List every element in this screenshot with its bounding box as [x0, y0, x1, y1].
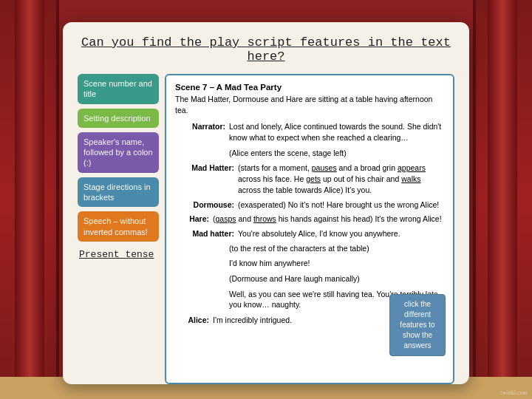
content-area: Scene number and title Setting descripti… — [78, 74, 454, 384]
mad-hatter-line-2: Mad hatter: You're absolutely Alice, I'd… — [175, 228, 444, 239]
sidebar-item-speakers[interactable]: Speaker's name, followed by a colon (:) — [78, 132, 159, 173]
dormouse-text: (exasperated) No it's not! Hare brought … — [238, 200, 439, 211]
scene-description: The Mad Hatter, Dormouse and Hare are si… — [175, 94, 444, 115]
narrator-label: Narrator: — [175, 121, 225, 143]
page-title: Can you find the play script features in… — [78, 35, 454, 64]
sidebar-item-present-tense[interactable]: Present tense — [78, 246, 159, 263]
hare-text: (gasps and throws his hands against his … — [213, 214, 442, 225]
hare-label: Hare: — [175, 214, 209, 225]
sidebar-item-scene-number[interactable]: Scene number and title — [78, 74, 159, 104]
narrator-line: Narrator: Lost and lonely, Alice continu… — [175, 121, 444, 143]
mad-hatter-text-1: (starts for a moment, pauses and a broad… — [238, 163, 444, 195]
main-card: Can you find the play script features in… — [63, 22, 469, 384]
dormouse-line: Dormouse: (exasperated) No it's not! Har… — [175, 200, 444, 211]
stage-direction-4: (Dormouse and Hare laugh manically) — [229, 273, 444, 284]
narrator-text: Lost and lonely, Alice continued towards… — [229, 121, 444, 143]
curtain-fold-left — [15, 0, 44, 399]
mad-hatter-line-1: Mad Hatter: (starts for a moment, pauses… — [175, 163, 444, 195]
text-panel: Scene 7 – A Mad Tea Party The Mad Hatter… — [165, 74, 454, 384]
curtain-fold-right — [488, 0, 517, 399]
stage-direction-1: (Alice enters the scene, stage left) — [229, 148, 444, 159]
mad-hatter-label: Mad Hatter: — [175, 163, 234, 195]
title-underline: features — [300, 35, 361, 50]
stage-direction-2: (to the rest of the characters at the ta… — [229, 243, 444, 254]
stage-direction-3: I'd know him anywhere! — [229, 258, 444, 269]
click-box[interactable]: click the different features to show the… — [389, 294, 446, 356]
dormouse-label: Dormouse: — [175, 200, 234, 211]
alice-label: Alice: — [175, 315, 209, 326]
sidebar-item-setting[interactable]: Setting description — [78, 109, 159, 128]
watermark: twinkl.com — [501, 389, 528, 396]
sidebar-item-stage-directions[interactable]: Stage directions in brackets — [78, 177, 159, 208]
hare-line: Hare: (gasps and throws his hands agains… — [175, 214, 444, 225]
sidebar: Scene number and title Setting descripti… — [78, 74, 159, 384]
mad-hatter-text-2: You're absolutely Alice, I'd know you an… — [238, 228, 400, 239]
alice-text: I'm incredibly intrigued. — [213, 315, 292, 326]
mad-hatter-lower-label: Mad hatter: — [175, 228, 234, 239]
speech-spacer — [175, 289, 229, 310]
sidebar-item-speech[interactable]: Speech – without inverted commas! — [78, 211, 159, 242]
scene-title: Scene 7 – A Mad Tea Party — [175, 83, 444, 92]
title-text-1: Can you find the play script — [81, 35, 300, 50]
